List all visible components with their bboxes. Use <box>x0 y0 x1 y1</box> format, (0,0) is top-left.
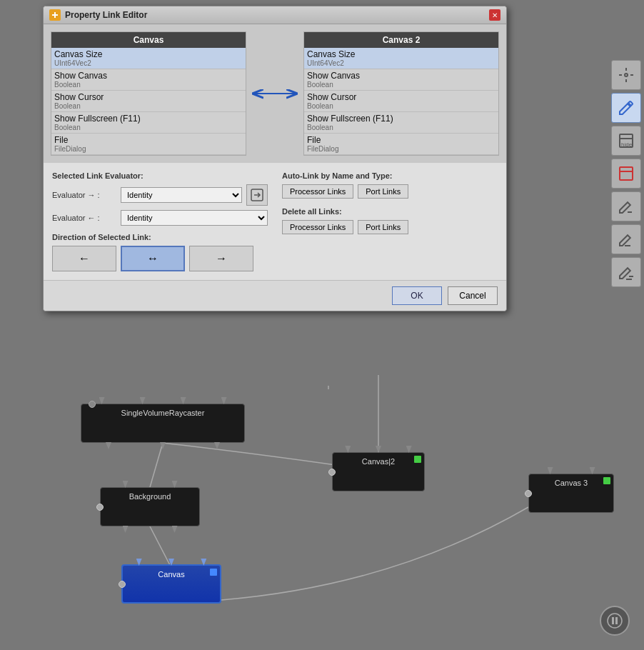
canvas1-row-2[interactable]: Show Cursor Boolean <box>51 91 246 112</box>
direction-label: Direction of Selected Link: <box>52 233 268 241</box>
node-canvas3[interactable]: Canvas 3 <box>528 474 614 513</box>
cancel-button[interactable]: Cancel <box>448 286 498 305</box>
dialog-footer: OK Cancel <box>44 280 506 311</box>
auto-link-label: Auto-Link by Name and Type: <box>282 171 498 180</box>
delete-processor-links-button[interactable]: Processor Links <box>282 220 353 234</box>
dialog-title-left: Property Link Editor <box>49 9 147 21</box>
auto-port-links-button[interactable]: Port Links <box>358 184 408 199</box>
link-edit-toolbar-btn[interactable] <box>611 191 641 221</box>
evaluator-right-label: Evaluator → : <box>52 191 116 199</box>
auto-link-buttons: Processor Links Port Links <box>282 184 498 199</box>
link-swap-button[interactable] <box>246 184 268 206</box>
svg-rect-12 <box>620 167 633 180</box>
evaluator-left-label: Evaluator ← : <box>52 214 116 222</box>
dialog-titlebar: Property Link Editor ✕ <box>44 6 506 24</box>
canvas2-row-4[interactable]: File FileDialog <box>304 134 498 155</box>
svg-rect-23 <box>615 617 618 624</box>
svg-point-4 <box>625 74 628 76</box>
canvas3-title: Canvas 3 <box>529 474 613 491</box>
canvas1-row-4[interactable]: File FileDialog <box>51 134 246 155</box>
dialog-close-button[interactable]: ✕ <box>489 9 500 21</box>
dialog-app-icon <box>49 9 61 21</box>
direction-left-button[interactable]: ← <box>52 246 116 271</box>
dialog-title-text: Property Link Editor <box>65 10 147 20</box>
edit-toolbar-btn[interactable] <box>611 93 641 123</box>
link2-toolbar-btn[interactable] <box>611 224 641 254</box>
hide1-toolbar-btn[interactable]: hide <box>611 126 641 156</box>
delete-links-label: Delete all Links: <box>282 207 498 216</box>
evaluator-left-select[interactable]: Identity Linear Step <box>121 210 268 226</box>
canvas1-row-1[interactable]: Show Canvas Boolean <box>51 69 246 91</box>
raycaster-title: SingleVolumeRaycaster <box>81 404 244 421</box>
canvas-title: Canvas <box>123 566 220 583</box>
delete-link-buttons: Processor Links Port Links <box>282 220 498 234</box>
svg-point-21 <box>608 614 622 628</box>
evaluator-right-row: Evaluator → : Identity Linear Step <box>52 184 268 206</box>
direction-buttons-group: ← ↔ → <box>52 246 268 271</box>
direction-right-button[interactable]: → <box>189 246 253 271</box>
background-title: Background <box>101 488 199 505</box>
svg-rect-22 <box>612 617 614 624</box>
link3-toolbar-btn[interactable] <box>611 257 641 287</box>
evaluator-right-select[interactable]: Identity Linear Step <box>121 187 242 203</box>
property-tables-area: Canvas Canvas Size UInt64Vec2 Show Canva… <box>44 24 506 163</box>
right-toolbar: hide <box>608 57 644 290</box>
dialog-lower-section: Selected Link Evaluator: Evaluator → : I… <box>44 163 506 280</box>
delete-port-links-button[interactable]: Port Links <box>358 220 408 234</box>
node-canvas[interactable]: Canvas <box>121 564 221 604</box>
selected-link-label: Selected Link Evaluator: <box>52 171 268 180</box>
canvas2-row-1[interactable]: Show Canvas Boolean <box>304 69 498 91</box>
direction-both-button[interactable]: ↔ <box>121 246 185 271</box>
svg-text:hide: hide <box>621 141 633 148</box>
canvas2-row-0[interactable]: Canvas Size UInt64Vec2 <box>304 48 498 69</box>
left-panel: Selected Link Evaluator: Evaluator → : I… <box>52 171 268 271</box>
canvas1-header: Canvas <box>51 32 246 48</box>
node-background[interactable]: Background <box>100 487 200 526</box>
link-arrow-area <box>246 31 303 156</box>
canvas-indicator <box>210 569 217 576</box>
canvas2-indicator <box>414 456 421 463</box>
auto-processor-links-button[interactable]: Processor Links <box>282 184 353 199</box>
node-canvas2[interactable]: Canvas|2 <box>332 452 425 491</box>
canvas1-table: Canvas Canvas Size UInt64Vec2 Show Canva… <box>51 31 246 156</box>
canvas3-indicator <box>603 477 610 484</box>
canvas2-row-3[interactable]: Show Fullscreen (F11) Boolean <box>304 112 498 134</box>
property-link-editor-dialog: Property Link Editor ✕ Canvas Canvas Siz… <box>43 6 507 311</box>
evaluator-left-row: Evaluator ← : Identity Linear Step <box>52 210 268 226</box>
canvas2-header: Canvas 2 <box>304 32 498 48</box>
canvas2-row-2[interactable]: Show Cursor Boolean <box>304 91 498 112</box>
cross-toolbar-btn[interactable] <box>611 60 641 90</box>
canvas2-table: Canvas 2 Canvas Size UInt64Vec2 Show Can… <box>303 31 499 156</box>
link-arrow-svg <box>246 83 303 104</box>
ok-button[interactable]: OK <box>392 286 442 305</box>
hide2-toolbar-btn[interactable] <box>611 159 641 189</box>
pause-button[interactable] <box>600 606 630 636</box>
canvas1-row-0[interactable]: Canvas Size UInt64Vec2 <box>51 48 246 69</box>
right-panel: Auto-Link by Name and Type: Processor Li… <box>282 171 498 271</box>
canvas2-title: Canvas|2 <box>333 453 424 470</box>
node-raycaster[interactable]: SingleVolumeRaycaster <box>81 404 245 443</box>
canvas1-row-3[interactable]: Show Fullscreen (F11) Boolean <box>51 112 246 134</box>
